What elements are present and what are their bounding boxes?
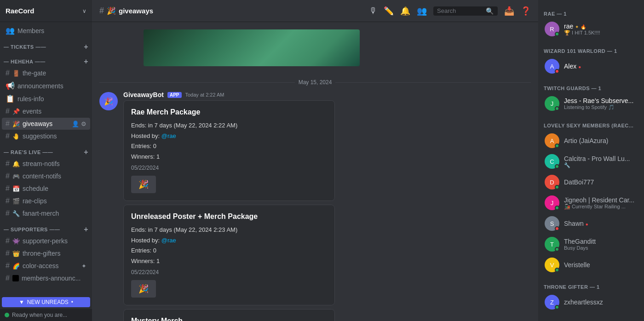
enter-giveaway-btn-2[interactable]: 🎉 — [131, 280, 156, 298]
giveaway-host-at-1: @rae — [161, 132, 176, 139]
member-name-jess: Jess - Rae's Subserve... — [564, 97, 633, 104]
giveaway-date-2: 05/22/2024 — [131, 269, 327, 275]
nitro-boost-icon[interactable]: 🎙 — [369, 6, 377, 16]
member-item-jess[interactable]: J Jess - Rae's Subserve... Listening to … — [540, 93, 642, 114]
sidebar-item-color-access[interactable]: # 🌈 color-access ✦ — [2, 260, 90, 272]
member-item-calcitra[interactable]: C Calcitra - Pro Wall Lu... 🔧 — [540, 151, 642, 172]
topbar-hash-icon: # — [99, 6, 104, 16]
avatar-calcitra: C — [545, 154, 559, 169]
member-info-theganditt: TheGanditt Busy Days — [564, 238, 596, 251]
section-tickets: — TICKETS —— + — [0, 39, 92, 54]
giveaways-emoji: 🎉 — [12, 120, 20, 127]
sidebar-item-throne-gifters[interactable]: # 👑 throne-gifters — [2, 247, 90, 259]
sidebar-item-fanart-merch[interactable]: # 🔧 fanart-merch — [2, 207, 90, 219]
member-item-artio[interactable]: A Artio (JaiAzura) — [540, 131, 642, 151]
sidebar-item-stream-notifs[interactable]: # 🔔 stream-notifs — [2, 158, 90, 170]
gate-emoji: 🚪 — [12, 70, 20, 77]
giveaways-channel-icons: 👤 ⚙ — [72, 120, 86, 127]
member-name-theganditt: TheGanditt — [564, 238, 596, 245]
add-raes-live-icon[interactable]: + — [84, 148, 88, 156]
new-unreads-label: NEW UNREADS — [27, 299, 69, 305]
giveaway-date-1: 05/22/2024 — [131, 165, 327, 171]
member-item-veristelle[interactable]: V Veristelle — [540, 255, 642, 275]
notification-bell-icon[interactable]: 🔔 — [400, 6, 410, 16]
sidebar-item-supporter-perks[interactable]: # 👾 supporter-perks — [2, 235, 90, 247]
add-heheha-icon[interactable]: + — [84, 57, 88, 66]
member-info-jess: Jess - Rae's Subserve... Listening to Sp… — [564, 97, 633, 110]
member-item-shawn[interactable]: S Shawn ● — [540, 213, 642, 234]
member-item-datboi[interactable]: D DatBoi777 — [540, 172, 642, 192]
help-icon[interactable]: ❓ — [521, 6, 531, 16]
channel-label-rae-clips: rae-clips — [23, 197, 86, 205]
sidebar-item-rules-info[interactable]: 📋 rules-info — [2, 92, 90, 105]
avatar-datboi: D — [545, 175, 559, 189]
bot-badge: APP — [167, 92, 182, 98]
topbar-actions: 🎙 ✏️ 🔔 👥 🔍 📥 ❓ — [369, 6, 531, 16]
dot-icon: • — [71, 299, 73, 305]
channel-label-stream-notifs: stream-notifs — [23, 160, 86, 167]
sidebar-item-announcements[interactable]: 📢 announcements — [2, 80, 90, 92]
sidebar-item-content-notifs[interactable]: # 🎮 content-notifs — [2, 170, 90, 182]
bottom-status-text: Ready when you are... — [12, 312, 67, 318]
hash-throne-icon: # — [6, 249, 10, 258]
member-item-theganditt[interactable]: T TheGanditt Busy Days — [540, 234, 642, 254]
members-list-icon[interactable]: 👥 — [417, 6, 427, 16]
search-box[interactable]: 🔍 — [433, 6, 498, 16]
member-name-rae: rae ✦ 🔥 — [564, 23, 600, 30]
section-header-supporters[interactable]: — SUPPORTERS —— + — [0, 224, 92, 235]
new-unreads-bar[interactable]: ▼ NEW UNREADS • — [2, 297, 90, 307]
announcements-icon: 📢 — [6, 81, 15, 90]
sidebar-item-members-announcements[interactable]: # members-announc... — [2, 272, 90, 284]
sidebar-item-suggestions[interactable]: # 🤚 suggestions — [2, 130, 90, 142]
member-name-zxheartless: zxheartlessxz — [564, 298, 603, 306]
giveaway-card-2: Unreleased Poster + Merch Package Ends: … — [123, 205, 335, 305]
sidebar-item-giveaways[interactable]: # 🎉 giveaways 👤 ⚙ — [2, 118, 90, 130]
rules-icon: 📋 — [6, 94, 15, 103]
sidebar-item-rae-clips[interactable]: # 🎬 rae-clips — [2, 195, 90, 207]
section-header-tickets[interactable]: — TICKETS —— + — [0, 41, 92, 52]
giveaway-button-2: 🎉 — [131, 280, 327, 298]
status-dot-theganditt — [555, 247, 559, 252]
sidebar-item-events[interactable]: # 📌 events — [2, 105, 90, 117]
status-dot-datboi — [555, 185, 559, 189]
server-header[interactable]: RaeCord ∨ — [0, 0, 92, 22]
settings-icon[interactable]: ⚙ — [81, 120, 86, 127]
channel-label-color-access: color-access — [23, 262, 80, 269]
avatar-alex: A — [545, 59, 559, 74]
edit-icon[interactable]: ✏️ — [384, 6, 394, 16]
section-label-supporters: — SUPPORTERS —— — [4, 227, 60, 232]
sidebar-item-members[interactable]: 👥 Members — [2, 24, 90, 37]
channel-label-the-gate: the-gate — [23, 69, 86, 77]
hash-suggestions-icon: # — [6, 132, 10, 140]
member-info-zxheartless: zxheartlessxz — [564, 298, 603, 306]
member-item-zxheartless[interactable]: Z zxheartlessxz — [540, 292, 642, 312]
role-header-twitch-guards: TWITCH GUARDS — 1 — [538, 78, 644, 93]
add-tickets-icon[interactable]: + — [84, 43, 88, 51]
member-item-rae[interactable]: R rae ✦ 🔥 🏆 I HIT 1.5K!!!! — [540, 19, 642, 39]
sidebar-members-label: Members — [17, 27, 86, 34]
role-header-editor: EDITOR — 5 — [538, 314, 644, 321]
section-header-raes-live[interactable]: — RAE'S LIVE —— + — [0, 146, 92, 157]
giveaway-ends-2: Ends: in 7 days (May 22, 2024 2:23 AM) — [131, 225, 327, 235]
member-item-alex[interactable]: A Alex ● — [540, 56, 642, 76]
content-emoji: 🎮 — [12, 173, 20, 180]
avatar-artio: A — [545, 133, 559, 148]
role-header-throne-gifter: THRONE GIFTER — 1 — [538, 277, 644, 292]
manage-members-icon[interactable]: 👤 — [72, 120, 79, 127]
bottom-status-bar: Ready when you are... — [0, 309, 92, 321]
search-input[interactable] — [437, 7, 483, 14]
role-header-rae: RAE — 1 — [538, 4, 644, 18]
member-item-jigneoh[interactable]: J Jigneoh | Resident Car... 🚂 Currently … — [540, 193, 642, 213]
color-extra-icon: ✦ — [81, 263, 86, 269]
avatar-shawn: S — [545, 216, 559, 231]
section-header-heheha[interactable]: — HEHEHA —— + — [0, 56, 92, 67]
sidebar-item-the-gate[interactable]: # 🚪 the-gate — [2, 67, 90, 79]
add-supporters-icon[interactable]: + — [84, 225, 88, 234]
channel-label-suggestions: suggestions — [23, 132, 86, 140]
sidebar-item-schedule[interactable]: # 📅 schedule — [2, 183, 90, 195]
enter-giveaway-btn-1[interactable]: 🎉 — [131, 176, 156, 193]
channel-label-fanart-merch: fanart-merch — [23, 210, 86, 217]
channel-section-members: 👥 Members — [0, 22, 92, 39]
section-heheha: — HEHEHA —— + # 🚪 the-gate 📢 announcemen… — [0, 54, 92, 144]
inbox-icon[interactable]: 📥 — [504, 6, 514, 16]
